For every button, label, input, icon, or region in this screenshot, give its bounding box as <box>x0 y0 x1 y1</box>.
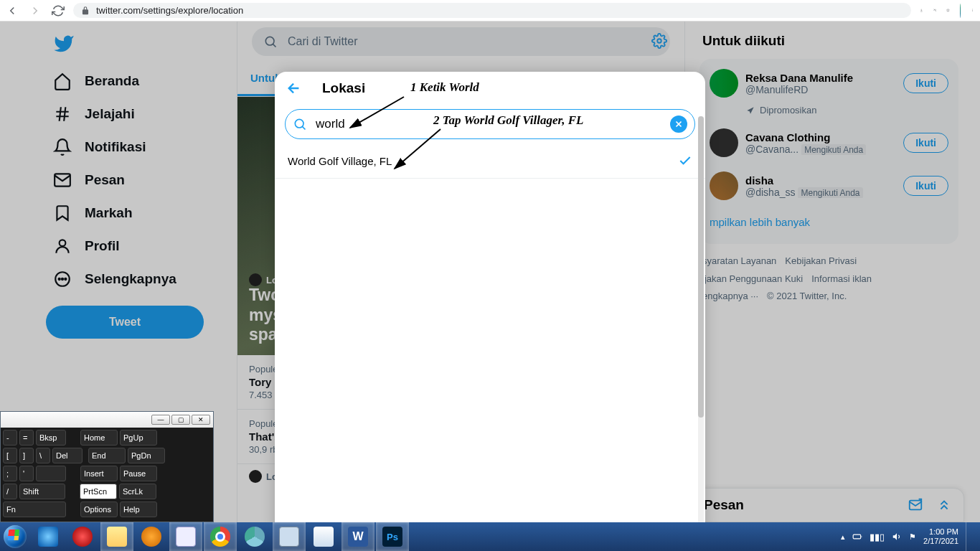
back-arrow-icon[interactable] <box>286 80 302 96</box>
taskbar-opera-icon[interactable] <box>66 522 99 551</box>
onscreen-keyboard-window[interactable]: — ▢ ✕ -=BkspHomePgUp []\DelEndPgDn ;'Ins… <box>0 411 214 522</box>
system-tray[interactable]: ▴ ▮▮▯ ⚑ 1:00 PM2/17/2021 <box>841 522 980 551</box>
search-icon <box>293 117 307 131</box>
location-modal: Lokasi World Golf Village, FL <box>275 72 705 538</box>
taskbar[interactable]: W Ps ▴ ▮▮▯ ⚑ 1:00 PM2/17/2021 <box>0 522 980 551</box>
maximize-icon[interactable]: ▢ <box>171 415 190 425</box>
svg-rect-13 <box>853 534 861 539</box>
svg-point-0 <box>972 9 973 10</box>
osk-title-bar[interactable]: — ▢ ✕ <box>1 412 213 428</box>
tray-arrow-icon[interactable]: ▴ <box>841 532 845 542</box>
checkmark-icon <box>678 154 692 168</box>
svg-point-1 <box>972 10 973 11</box>
scrollbar[interactable] <box>698 116 704 532</box>
download-icon[interactable] <box>920 9 923 12</box>
annotation-2: 2 Tap World Golf Villager, FL <box>433 113 583 128</box>
osk-keys: -=BkspHomePgUp []\DelEndPgDn ;'InsertPau… <box>1 428 213 522</box>
location-result-item[interactable]: World Golf Village, FL <box>275 143 705 179</box>
url-text: twitter.com/settings/explore/location <box>96 5 243 16</box>
taskbar-explorer-icon[interactable] <box>100 522 133 551</box>
battery-icon[interactable] <box>852 532 862 542</box>
reload-icon[interactable] <box>52 4 65 17</box>
volume-icon[interactable] <box>892 532 902 542</box>
flag-icon[interactable]: ⚑ <box>909 532 916 542</box>
wifi-icon[interactable]: ▮▮▯ <box>870 532 885 542</box>
taskbar-notepad-icon[interactable] <box>169 522 202 551</box>
lock-icon <box>80 6 90 16</box>
taskbar-word-icon[interactable]: W <box>341 522 374 551</box>
taskbar-wordpad-icon[interactable] <box>307 522 340 551</box>
taskbar-photoshop-icon[interactable]: Ps <box>376 522 409 551</box>
address-bar[interactable]: twitter.com/settings/explore/location <box>73 3 911 18</box>
taskbar-ie-icon[interactable] <box>32 522 65 551</box>
incognito-icon[interactable] <box>933 9 937 12</box>
profile-avatar-icon[interactable] <box>960 4 961 18</box>
show-desktop-button[interactable] <box>966 522 974 551</box>
back-icon[interactable] <box>6 4 19 17</box>
kebab-menu-icon[interactable] <box>971 9 974 12</box>
browser-toolbar: twitter.com/settings/explore/location <box>0 0 980 22</box>
forward-icon[interactable] <box>29 4 42 17</box>
svg-point-11 <box>295 119 303 128</box>
taskbar-chrome-icon[interactable] <box>204 522 237 551</box>
taskbar-media-icon[interactable] <box>135 522 168 551</box>
windows-logo-icon <box>4 525 27 548</box>
minimize-icon[interactable]: — <box>151 415 170 425</box>
taskbar-osk-icon[interactable] <box>273 522 306 551</box>
taskbar-chromium-icon[interactable] <box>238 522 271 551</box>
clear-search-button[interactable] <box>670 116 687 133</box>
clock[interactable]: 1:00 PM2/17/2021 <box>923 527 958 546</box>
arrow-icon <box>389 126 446 176</box>
svg-point-2 <box>972 11 973 11</box>
start-button[interactable] <box>0 522 30 551</box>
star-icon[interactable] <box>946 9 950 12</box>
close-icon[interactable]: ✕ <box>192 415 210 425</box>
annotation-1: 1 Ketik World <box>410 80 479 95</box>
result-label: World Golf Village, FL <box>288 155 392 167</box>
